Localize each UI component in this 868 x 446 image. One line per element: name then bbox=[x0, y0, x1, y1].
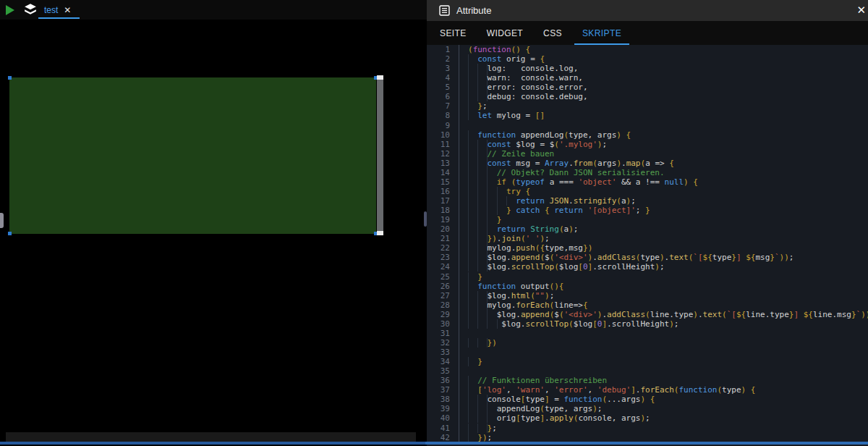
code-line[interactable]: 23 $log.append($('<div>').addClass(type)… bbox=[427, 253, 868, 262]
line-number: 5 bbox=[427, 83, 459, 92]
code-line[interactable]: 1(function() { bbox=[427, 45, 868, 54]
code-line[interactable]: 8 let mylog = [] bbox=[427, 111, 868, 120]
code-text: }; bbox=[459, 424, 497, 433]
line-number: 16 bbox=[427, 187, 459, 196]
widget-scrollbar[interactable] bbox=[377, 75, 383, 235]
code-line[interactable]: 4 warn: console.warn, bbox=[427, 73, 868, 83]
tab-skripte[interactable]: SKRIPTE bbox=[572, 21, 631, 45]
line-number: 38 bbox=[427, 395, 459, 404]
code-text: orig[type].apply(console, args); bbox=[459, 413, 650, 423]
code-text: } bbox=[459, 357, 482, 366]
code-text: const orig = { bbox=[459, 54, 545, 64]
code-line[interactable]: 21 }).join(' '); bbox=[427, 234, 868, 243]
code-text: $log.html(""); bbox=[459, 291, 554, 300]
bottom-scrollbar[interactable] bbox=[0, 442, 868, 445]
code-line[interactable]: 34 } bbox=[427, 357, 868, 366]
layers-icon[interactable] bbox=[24, 3, 37, 16]
left-edge-drag-handle[interactable] bbox=[0, 213, 4, 228]
run-play-icon[interactable] bbox=[6, 5, 14, 15]
tab-test[interactable]: test ✕ bbox=[40, 0, 75, 20]
panel-title: Attribute bbox=[456, 5, 491, 16]
code-line[interactable]: 33 bbox=[427, 348, 868, 357]
tab-close-icon[interactable]: ✕ bbox=[64, 6, 71, 14]
code-line[interactable]: 16 try { bbox=[427, 187, 868, 196]
code-line[interactable]: 22 mylog.push({type,msg}) bbox=[427, 243, 868, 253]
code-line[interactable]: 40 orig[type].apply(console, args); bbox=[427, 413, 868, 423]
preview-bottom-strip bbox=[6, 432, 416, 442]
tab-widget[interactable]: WIDGET bbox=[477, 21, 533, 45]
panel-close-icon[interactable]: ✕ bbox=[855, 4, 867, 17]
code-text bbox=[459, 366, 468, 376]
code-line[interactable]: 2 const orig = { bbox=[427, 54, 868, 64]
code-line[interactable]: 30 $log.scrollTop($log[0].scrollHeight); bbox=[427, 319, 868, 329]
line-number: 27 bbox=[427, 291, 459, 300]
scrollbar-top-cap[interactable] bbox=[377, 75, 383, 80]
attribute-form-icon bbox=[439, 5, 450, 16]
preview-canvas[interactable] bbox=[0, 20, 425, 446]
code-line[interactable]: 25 } bbox=[427, 272, 868, 282]
line-number: 36 bbox=[427, 376, 459, 385]
code-line[interactable]: 9 bbox=[427, 121, 868, 130]
code-text: debug: console.debug, bbox=[459, 92, 588, 101]
code-line[interactable]: 7 }; bbox=[427, 101, 868, 111]
line-number: 15 bbox=[427, 177, 459, 187]
code-line[interactable]: 5 error: console.error, bbox=[427, 83, 868, 92]
code-text bbox=[459, 121, 468, 130]
scrollbar-bottom-cap[interactable] bbox=[377, 231, 383, 235]
code-text: // Funktionen überschreiben bbox=[459, 376, 607, 385]
tab-seite[interactable]: SEITE bbox=[430, 21, 477, 45]
code-line[interactable]: 6 debug: console.debug, bbox=[427, 92, 868, 101]
resize-handle-top-left[interactable] bbox=[8, 76, 12, 80]
code-line[interactable]: 29 $log.append($('<div>').addClass(line.… bbox=[427, 310, 868, 319]
tab-css[interactable]: CSS bbox=[533, 21, 572, 45]
line-number: 30 bbox=[427, 319, 459, 329]
code-line[interactable]: 12 // Zeile bauen bbox=[427, 149, 868, 159]
code-line[interactable]: 37 ['log', 'warn', 'error', 'debug'].for… bbox=[427, 385, 868, 395]
code-line[interactable]: 14 // Objekt? Dann JSON serialisieren. bbox=[427, 168, 868, 177]
code-line[interactable]: 11 const $log = $('.mylog'); bbox=[427, 140, 868, 149]
code-text: $log.append($('<div>').addClass(line.typ… bbox=[459, 310, 868, 319]
code-line[interactable]: 27 $log.html(""); bbox=[427, 291, 868, 300]
tab-test-label: test bbox=[44, 5, 58, 15]
code-text: warn: console.warn, bbox=[459, 73, 583, 83]
code-text: // Zeile bauen bbox=[459, 149, 554, 159]
line-number: 7 bbox=[427, 101, 459, 111]
code-line[interactable]: 24 $log.scrollTop($log[0].scrollHeight); bbox=[427, 262, 868, 272]
line-number: 33 bbox=[427, 348, 459, 357]
code-line[interactable]: 15 if (typeof a === 'object' && a !== nu… bbox=[427, 177, 868, 187]
resize-handle-bottom-left[interactable] bbox=[8, 232, 12, 235]
code-line[interactable]: 41 }; bbox=[427, 424, 868, 433]
code-text: return String(a); bbox=[459, 224, 578, 234]
code-line[interactable]: 38 console[type] = function(...args) { bbox=[427, 395, 868, 404]
code-text: $log.scrollTop($log[0].scrollHeight); bbox=[459, 262, 665, 272]
line-number: 3 bbox=[427, 64, 459, 73]
line-number: 6 bbox=[427, 92, 459, 101]
code-line[interactable]: 18 } catch { return '[object]'; } bbox=[427, 206, 868, 215]
code-line[interactable]: 31 bbox=[427, 329, 868, 338]
code-line[interactable]: 39 appendLog(type, args); bbox=[427, 404, 868, 413]
code-text: log: console.log, bbox=[459, 64, 578, 73]
code-text: } bbox=[459, 272, 482, 282]
code-line[interactable]: 28 mylog.forEach(line=>{ bbox=[427, 300, 868, 310]
code-text: // Objekt? Dann JSON serialisieren. bbox=[459, 168, 665, 177]
line-number: 19 bbox=[427, 215, 459, 224]
code-text: mylog.forEach(line=>{ bbox=[459, 300, 588, 310]
code-line[interactable]: 26 function output(){ bbox=[427, 282, 868, 291]
code-line[interactable]: 36 // Funktionen überschreiben bbox=[427, 376, 868, 385]
code-line[interactable]: 19 } bbox=[427, 215, 868, 224]
code-line[interactable]: 35 bbox=[427, 366, 868, 376]
code-line[interactable]: 13 const msg = Array.from(args).map(a =>… bbox=[427, 159, 868, 168]
code-line[interactable]: 3 log: console.log, bbox=[427, 64, 868, 73]
code-line[interactable]: 32 }) bbox=[427, 338, 868, 348]
line-number: 29 bbox=[427, 310, 459, 319]
script-code-editor[interactable]: 1(function() {2 const orig = {3 log: con… bbox=[427, 45, 868, 442]
line-number: 35 bbox=[427, 366, 459, 376]
code-text: const $log = $('.mylog'); bbox=[459, 140, 607, 149]
line-number: 18 bbox=[427, 206, 459, 215]
code-text bbox=[459, 348, 468, 357]
selected-green-widget[interactable] bbox=[9, 77, 376, 234]
code-line[interactable]: 17 return JSON.stringify(a); bbox=[427, 196, 868, 206]
code-line[interactable]: 42 }); bbox=[427, 433, 868, 442]
code-line[interactable]: 10 function appendLog(type, args) { bbox=[427, 130, 868, 140]
code-line[interactable]: 20 return String(a); bbox=[427, 224, 868, 234]
